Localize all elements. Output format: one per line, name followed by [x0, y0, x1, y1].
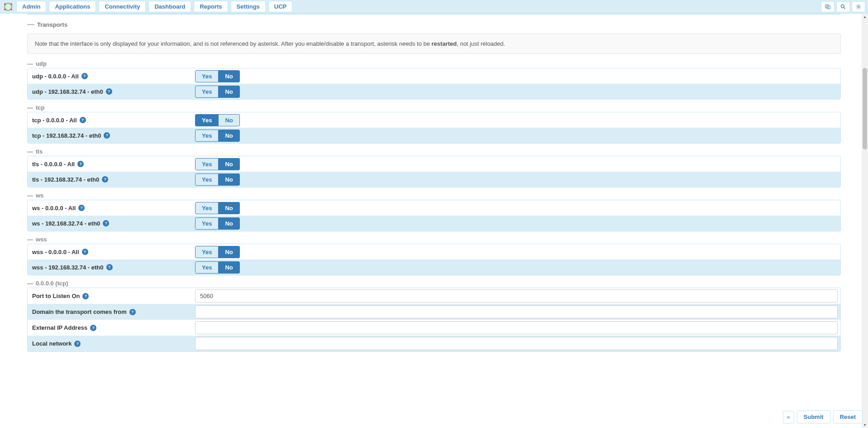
yes-no-toggle: YesNo	[195, 70, 240, 82]
group-table-ws: ws - 0.0.0.0 - All ?YesNows - 192.168.32…	[27, 200, 841, 231]
toggle-yes[interactable]: Yes	[195, 130, 219, 142]
nav-ucp[interactable]: UCP	[268, 1, 292, 12]
transport-row: wss - 0.0.0.0 - All ?YesNo	[28, 244, 840, 260]
search-icon[interactable]	[836, 1, 850, 12]
help-icon[interactable]: ?	[80, 117, 86, 123]
toggle-cell: YesNo	[195, 157, 840, 172]
toggle-no[interactable]: No	[219, 173, 239, 186]
collapse-icon: —	[27, 60, 33, 67]
gear-icon[interactable]	[852, 1, 865, 12]
prior-panel-bottom	[27, 14, 841, 14]
collapse-icon: —	[27, 148, 33, 155]
field-input-cell	[195, 288, 840, 304]
tcp-detail-title: 0.0.0.0 (tcp)	[36, 280, 68, 287]
top-navbar: Admin Applications Connectivity Dashboar…	[0, 0, 868, 14]
field-input-cell	[195, 336, 840, 351]
text-input[interactable]	[195, 321, 838, 334]
yes-no-toggle: YesNo	[195, 246, 240, 258]
toggle-yes[interactable]: Yes	[195, 261, 219, 274]
nav-settings[interactable]: Settings	[231, 1, 266, 12]
help-icon[interactable]: ?	[102, 176, 108, 183]
group-title: ws	[36, 192, 43, 199]
group-title: tcp	[36, 104, 45, 111]
help-icon[interactable]: ?	[106, 264, 113, 270]
yes-no-toggle: YesNo	[195, 217, 240, 230]
language-icon[interactable]: A	[821, 1, 835, 12]
help-icon[interactable]: ?	[77, 161, 84, 167]
svg-point-8	[841, 5, 844, 8]
toggle-cell: YesNo	[195, 128, 840, 143]
yes-no-toggle: YesNo	[195, 261, 240, 274]
help-icon[interactable]: ?	[129, 309, 136, 315]
navbar-right: A	[821, 1, 865, 12]
toggle-cell: YesNo	[195, 201, 840, 216]
transport-row: udp - 0.0.0.0 - All ?YesNo	[28, 68, 840, 84]
transport-label: wss - 0.0.0.0 - All ?	[28, 245, 195, 259]
field-label: Local network ?	[28, 337, 195, 351]
main-content: — Transports Note that the interface is …	[0, 14, 868, 386]
nav-connectivity[interactable]: Connectivity	[99, 1, 146, 12]
toggle-no[interactable]: No	[219, 70, 239, 82]
help-icon[interactable]: ?	[81, 73, 88, 79]
text-input[interactable]	[195, 289, 838, 303]
group-table-wss: wss - 0.0.0.0 - All ?YesNowss - 192.168.…	[27, 244, 841, 275]
field-input-cell	[195, 320, 840, 336]
toggle-yes[interactable]: Yes	[195, 202, 219, 214]
group-heading-ws[interactable]: —ws	[27, 190, 841, 200]
transport-row: tls - 0.0.0.0 - All ?YesNo	[28, 156, 840, 172]
group-title: tls	[36, 148, 43, 155]
yes-no-toggle: YesNo	[195, 130, 240, 142]
transport-row: tls - 192.168.32.74 - eth0 ?YesNo	[28, 172, 840, 187]
help-icon[interactable]: ?	[82, 249, 88, 255]
nav-reports[interactable]: Reports	[194, 1, 228, 12]
toggle-no[interactable]: No	[219, 86, 239, 98]
help-icon[interactable]: ?	[78, 205, 85, 211]
help-icon[interactable]: ?	[82, 293, 89, 299]
scrollbar[interactable]: ▲ ▼	[862, 14, 868, 386]
text-input[interactable]	[195, 337, 838, 350]
group-heading-udp[interactable]: —udp	[27, 58, 841, 68]
text-input[interactable]	[195, 305, 838, 318]
toggle-yes[interactable]: Yes	[195, 86, 219, 98]
group-heading-tls[interactable]: —tls	[27, 146, 841, 156]
transport-label: udp - 192.168.32.74 - eth0 ?	[28, 85, 195, 99]
toggle-yes[interactable]: Yes	[195, 158, 219, 170]
toggle-yes[interactable]: Yes	[195, 217, 219, 230]
group-heading-wss[interactable]: —wss	[27, 234, 841, 244]
toggle-no[interactable]: No	[219, 114, 239, 126]
transports-heading[interactable]: — Transports	[27, 18, 841, 31]
help-icon[interactable]: ?	[74, 341, 81, 347]
app-logo	[3, 2, 14, 12]
scroll-thumb[interactable]	[863, 68, 867, 149]
toggle-yes[interactable]: Yes	[195, 70, 219, 82]
transport-row: udp - 192.168.32.74 - eth0 ?YesNo	[28, 84, 840, 99]
toggle-no[interactable]: No	[219, 217, 239, 230]
toggle-cell: YesNo	[195, 84, 840, 99]
help-icon[interactable]: ?	[103, 220, 109, 226]
toggle-yes[interactable]: Yes	[195, 114, 219, 126]
toggle-no[interactable]: No	[219, 158, 239, 170]
transport-row: tcp - 0.0.0.0 - All ?YesNo	[28, 112, 840, 128]
toggle-no[interactable]: No	[219, 261, 239, 274]
nav-admin[interactable]: Admin	[16, 1, 46, 12]
toggle-no[interactable]: No	[219, 246, 239, 258]
group-table-tls: tls - 0.0.0.0 - All ?YesNotls - 192.168.…	[27, 156, 841, 188]
toggle-cell: YesNo	[195, 69, 840, 84]
toggle-cell: YesNo	[195, 172, 840, 187]
toggle-no[interactable]: No	[219, 130, 239, 142]
help-icon[interactable]: ?	[106, 88, 112, 95]
nav-dashboard[interactable]: Dashboard	[148, 1, 191, 12]
group-heading-tcp[interactable]: —tcp	[27, 102, 841, 112]
tcp-field-row: Local network ?	[28, 336, 840, 351]
toggle-yes[interactable]: Yes	[195, 173, 219, 186]
transport-row: ws - 192.168.32.74 - eth0 ?YesNo	[28, 216, 840, 231]
scroll-up-icon[interactable]: ▲	[862, 14, 868, 20]
field-label: External IP Address ?	[28, 321, 195, 335]
tcp-detail-heading[interactable]: — 0.0.0.0 (tcp)	[27, 278, 841, 288]
help-icon[interactable]: ?	[104, 132, 110, 139]
help-icon[interactable]: ?	[90, 325, 96, 331]
toggle-no[interactable]: No	[219, 202, 239, 214]
nav-applications[interactable]: Applications	[49, 1, 96, 12]
toggle-yes[interactable]: Yes	[195, 246, 219, 258]
svg-point-4	[10, 9, 12, 10]
